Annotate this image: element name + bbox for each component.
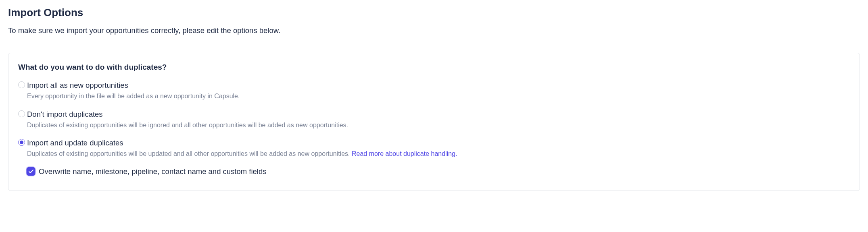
option-label: Import and update duplicates — [27, 138, 850, 148]
radio-icon[interactable] — [18, 139, 25, 146]
radio-icon[interactable] — [18, 110, 25, 117]
checkbox-icon[interactable] — [27, 168, 35, 175]
checkbox-label: Overwrite name, milestone, pipeline, con… — [39, 167, 267, 176]
option-label: Import all as new opportunities — [27, 81, 850, 90]
page-subtitle: To make sure we import your opportunitie… — [8, 26, 860, 35]
option-description: Every opportunity in the file will be ad… — [27, 92, 850, 101]
option-description: Duplicates of existing opportunities wil… — [27, 121, 850, 130]
overwrite-fields-option[interactable]: Overwrite name, milestone, pipeline, con… — [27, 167, 850, 176]
option-dont-import-duplicates[interactable]: Don't import duplicates Duplicates of ex… — [18, 110, 850, 130]
read-more-link[interactable]: Read more about duplicate handling. — [352, 150, 457, 157]
option-import-all[interactable]: Import all as new opportunities Every op… — [18, 81, 850, 101]
check-icon — [29, 170, 33, 174]
page-title: Import Options — [8, 6, 860, 19]
option-label: Don't import duplicates — [27, 110, 850, 119]
option-description: Duplicates of existing opportunities wil… — [27, 149, 850, 158]
option-description-text: Duplicates of existing opportunities wil… — [27, 150, 352, 157]
option-import-update-duplicates[interactable]: Import and update duplicates Duplicates … — [18, 138, 850, 158]
radio-icon[interactable] — [18, 81, 25, 88]
duplicates-panel: What do you want to do with duplicates? … — [8, 53, 860, 191]
panel-title: What do you want to do with duplicates? — [18, 63, 850, 72]
